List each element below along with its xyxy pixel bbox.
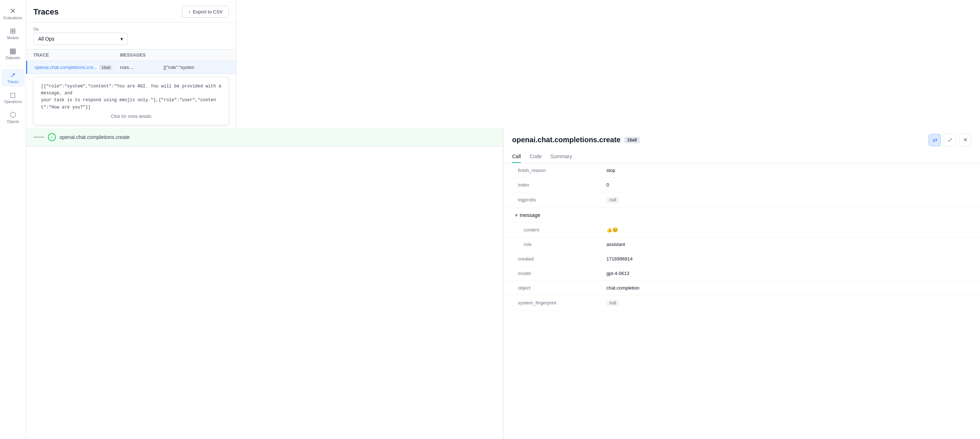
detail-field-row: logprobsnull — [503, 192, 980, 208]
detail-key: logprobs — [512, 197, 606, 202]
tooltip-popup: [{"role":"system","content":"You are AGI… — [33, 77, 229, 125]
detail-value: gpt-4-0613 — [606, 270, 971, 276]
trace-col2: rces.... — [120, 65, 164, 70]
detail-key: model — [512, 270, 606, 276]
sidebar-item-operations[interactable]: ◻ Operations — [2, 88, 25, 107]
sidebar: ✕ Evaluations ⊞ Models ▦ Datasets ↗ Trac… — [0, 0, 26, 439]
detail-value: chat.completion — [606, 285, 971, 291]
detail-field-row: index0 — [503, 178, 980, 192]
models-icon: ⊞ — [10, 27, 16, 35]
sidebar-item-models[interactable]: ⊞ Models — [2, 24, 25, 43]
trace-col3: [{"role":"systen — [164, 65, 229, 70]
traces-title: Traces — [33, 7, 59, 17]
null-badge: null — [606, 300, 619, 306]
sidebar-divider — [6, 66, 20, 66]
detail-actions: ⇄ ⤢ ✕ — [929, 134, 971, 146]
share-icon: ⇄ — [932, 137, 937, 143]
detail-value: assistant — [606, 242, 971, 247]
trace-name-text: openai.chat.completions.cre... — [35, 65, 97, 70]
detail-table: finish_reasonstopindex0logprobsnull▾mess… — [503, 163, 980, 311]
close-icon: ✕ — [963, 137, 968, 143]
chevron-down-icon: ▾ — [121, 36, 123, 42]
detail-field-row: roleassistant — [503, 237, 980, 252]
detail-value: 👍😊 — [606, 227, 971, 232]
export-csv-button[interactable]: ↑ Export to CSV — [182, 6, 229, 18]
detail-body: finish_reasonstopindex0logprobsnull▾mess… — [503, 163, 980, 439]
detail-field-row: objectchat.completion — [503, 281, 980, 295]
detail-field-row: content👍😊 — [503, 223, 980, 237]
table-body: openai.chat.completions.cre... 16a9 rces… — [26, 61, 236, 128]
sidebar-label-traces: Traces — [7, 80, 18, 84]
datasets-icon: ▦ — [10, 47, 16, 54]
context-line — [33, 137, 44, 137]
filter-row: Op All Ops ▾ — [26, 22, 236, 50]
col-messages: messages — [120, 52, 164, 58]
traces-panel: Traces ↑ Export to CSV Op All Ops ▾ Trac… — [26, 0, 237, 128]
table-header: Trace messages — [26, 50, 236, 61]
share-button[interactable]: ⇄ — [929, 134, 941, 146]
sidebar-label-operations: Operations — [4, 100, 22, 104]
close-button[interactable]: ✕ — [959, 134, 971, 146]
context-row: ✓ openai.chat.completions.create — [26, 128, 503, 146]
op-filter-value: All Ops — [38, 36, 54, 42]
content-area: ✓ openai.chat.completions.create openai.… — [26, 128, 980, 439]
detail-value: null — [606, 300, 971, 306]
detail-value: 0 — [606, 182, 971, 188]
detail-title-text: openai.chat.completions.create — [512, 136, 620, 144]
detail-field-row: ▾message — [503, 208, 980, 223]
detail-key: finish_reason — [512, 168, 606, 173]
context-trace-name: openai.chat.completions.create — [59, 134, 130, 140]
sidebar-item-objects[interactable]: ⬡ Objects — [2, 108, 25, 127]
detail-title-group: openai.chat.completions.create 16a9 — [512, 136, 640, 144]
trace-badge: 16a9 — [99, 65, 113, 70]
detail-value: stop — [606, 168, 971, 173]
detail-key: created — [512, 256, 606, 262]
op-filter-select[interactable]: All Ops ▾ — [33, 33, 128, 45]
detail-field-row: finish_reasonstop — [503, 163, 980, 178]
sidebar-label-objects: Objects — [7, 120, 19, 124]
detail-key: object — [512, 285, 606, 291]
operations-icon: ◻ — [10, 91, 16, 98]
col-extra — [164, 52, 229, 58]
detail-field-row: created1716996914 — [503, 252, 980, 266]
detail-key: system_fingerprint — [512, 300, 606, 305]
tooltip-more-link[interactable]: Click for more details — [41, 114, 221, 119]
detail-header: openai.chat.completions.create 16a9 ⇄ ⤢ … — [503, 128, 980, 163]
detail-key: role — [512, 242, 606, 247]
detail-key-section: ▾message — [512, 212, 606, 218]
detail-key: index — [512, 182, 606, 188]
upload-icon: ↑ — [188, 9, 191, 14]
export-btn-label: Export to CSV — [193, 9, 223, 14]
sidebar-label-datasets: Datasets — [6, 56, 20, 60]
main-content: Traces ↑ Export to CSV Op All Ops ▾ Trac… — [26, 0, 980, 439]
detail-value: 1716996914 — [606, 256, 971, 262]
detail-value: null — [606, 197, 971, 203]
traces-icon: ↗ — [10, 72, 16, 78]
tab-code[interactable]: Code — [530, 151, 541, 163]
sidebar-item-traces[interactable]: ↗ Traces — [2, 69, 25, 87]
tab-call[interactable]: Call — [512, 151, 521, 163]
detail-tabs: Call Code Summary — [512, 151, 971, 163]
detail-title-row: openai.chat.completions.create 16a9 ⇄ ⤢ … — [512, 134, 971, 146]
detail-id-badge: 16a9 — [624, 137, 640, 143]
sidebar-item-datasets[interactable]: ▦ Datasets — [2, 44, 25, 63]
detail-field-row: system_fingerprintnull — [503, 295, 980, 311]
null-badge: null — [606, 197, 619, 203]
success-icon: ✓ — [48, 133, 56, 141]
sidebar-item-evaluations[interactable]: ✕ Evaluations — [2, 4, 25, 23]
sidebar-label-evaluations: Evaluations — [4, 16, 22, 20]
expand-button[interactable]: ⤢ — [944, 134, 956, 146]
table-row[interactable]: openai.chat.completions.cre... 16a9 rces… — [26, 61, 236, 74]
tooltip-content: [{"role":"system","content":"You are AGI… — [41, 83, 221, 111]
tab-summary[interactable]: Summary — [550, 151, 572, 163]
chevron-down-icon: ▾ — [515, 212, 517, 218]
middle-panel: ✓ openai.chat.completions.create — [26, 128, 503, 439]
op-filter-label: Op — [33, 27, 229, 31]
detail-key: content — [512, 227, 606, 232]
objects-icon: ⬡ — [10, 111, 16, 118]
col-trace: Trace — [33, 52, 120, 58]
expand-icon: ⤢ — [948, 137, 953, 143]
trace-name: openai.chat.completions.cre... 16a9 — [35, 65, 120, 70]
sidebar-label-models: Models — [7, 36, 19, 40]
traces-header: Traces ↑ Export to CSV — [26, 0, 236, 22]
